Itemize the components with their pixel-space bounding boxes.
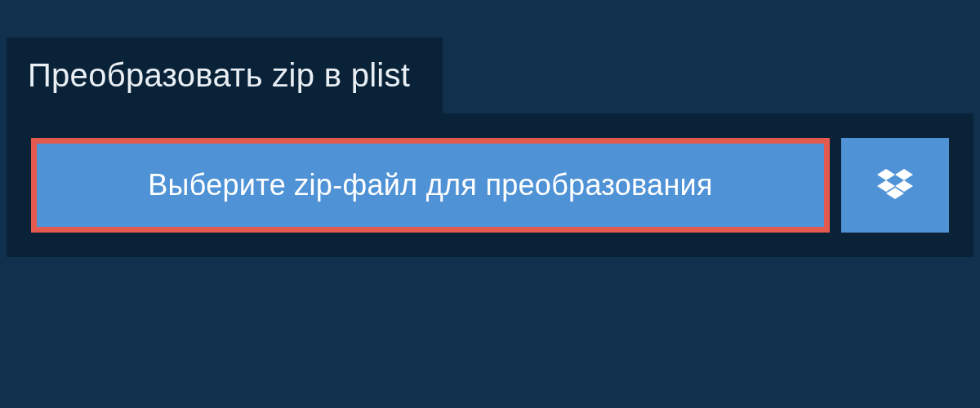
page-container: Преобразовать zip в plist Выберите zip-ф…	[0, 0, 980, 257]
select-file-button[interactable]: Выберите zip-файл для преобразования	[31, 138, 830, 233]
upload-row: Выберите zip-файл для преобразования	[31, 138, 949, 233]
dropbox-button[interactable]	[841, 138, 949, 233]
page-title: Преобразовать zip в plist	[28, 57, 410, 93]
dropbox-icon	[877, 169, 913, 202]
title-tab: Преобразовать zip в plist	[7, 38, 443, 113]
upload-panel: Выберите zip-файл для преобразования	[7, 113, 973, 257]
